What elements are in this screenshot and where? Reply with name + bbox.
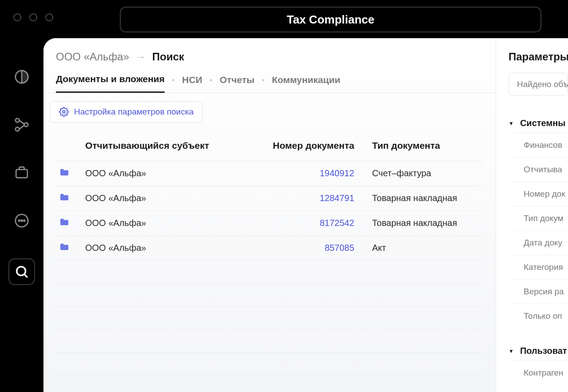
breadcrumb-root[interactable]: ООО «Альфа» bbox=[56, 51, 129, 63]
window-title: Tax Compliance bbox=[287, 13, 374, 27]
cell-subject: ООО «Альфа» bbox=[82, 161, 245, 186]
folder-icon bbox=[56, 211, 82, 236]
panel-title: Параметры п bbox=[509, 51, 568, 63]
cell-doc-number[interactable]: 857085 bbox=[245, 236, 368, 261]
nodes-icon bbox=[14, 117, 29, 132]
svg-rect-4 bbox=[16, 170, 28, 178]
col-doc-number[interactable]: Номер документа bbox=[245, 131, 368, 161]
gear-icon bbox=[59, 107, 69, 117]
results-table: Отчитывающийся субъект Номер документа Т… bbox=[56, 131, 483, 392]
title-bar: Tax Compliance bbox=[120, 7, 541, 32]
search-icon bbox=[14, 264, 29, 279]
table-row[interactable]: ООО «Альфа»1284791Товарная накладная bbox=[56, 186, 483, 211]
cell-subject: ООО «Альфа» bbox=[82, 236, 245, 261]
param-item[interactable]: Категория bbox=[509, 255, 568, 279]
table-row[interactable]: ООО «Альфа»1940912Счет–фактура bbox=[56, 161, 483, 186]
param-group-label: Пользоват bbox=[520, 346, 567, 356]
search-settings-label: Настройка параметров поиска bbox=[74, 107, 193, 117]
minimize-window-dot[interactable] bbox=[29, 13, 37, 21]
table-row-empty bbox=[56, 261, 483, 284]
tabs: Документы и вложения ● НСИ ● Отчеты ● Ко… bbox=[43, 63, 496, 93]
search-params-panel: Параметры п Найдено объе ▼СистемныФинанс… bbox=[496, 38, 568, 392]
cell-doc-number[interactable]: 1284791 bbox=[245, 186, 368, 211]
sidebar-item-search[interactable] bbox=[8, 258, 35, 285]
half-circle-icon bbox=[14, 69, 29, 84]
caret-down-icon: ▼ bbox=[509, 348, 514, 354]
svg-point-7 bbox=[21, 220, 23, 222]
param-item[interactable]: Дата доку bbox=[509, 230, 568, 255]
tab-documents[interactable]: Документы и вложения bbox=[56, 74, 165, 93]
param-item[interactable]: Тип докум bbox=[509, 206, 568, 230]
cell-doc-number[interactable]: 1940912 bbox=[245, 161, 368, 186]
tab-reports[interactable]: Отчеты bbox=[220, 75, 254, 92]
found-count-label: Найдено объе bbox=[517, 79, 568, 89]
tab-nsi[interactable]: НСИ bbox=[182, 75, 202, 92]
search-settings-button[interactable]: Настройка параметров поиска bbox=[50, 101, 203, 123]
param-group-label: Системны bbox=[520, 118, 565, 128]
param-item[interactable]: Только оп bbox=[509, 304, 568, 328]
cell-doc-type: Акт bbox=[368, 236, 483, 261]
cell-doc-type: Товарная накладная bbox=[368, 211, 483, 236]
col-doc-type[interactable]: Тип документа bbox=[368, 131, 483, 161]
sidebar-item-graph[interactable] bbox=[12, 115, 32, 135]
param-item[interactable]: Отчитыва bbox=[509, 157, 568, 182]
cell-subject: ООО «Альфа» bbox=[82, 211, 245, 236]
cell-subject: ООО «Альфа» bbox=[82, 186, 245, 211]
main-content: ООО «Альфа» → Поиск Документы и вложения… bbox=[43, 38, 496, 392]
table-row-empty bbox=[56, 284, 483, 307]
param-item[interactable]: Номер док bbox=[509, 182, 568, 206]
tab-communications[interactable]: Коммуникации bbox=[272, 75, 340, 92]
param-item[interactable]: Финансов bbox=[509, 133, 568, 157]
table-row-empty bbox=[56, 353, 483, 376]
folder-icon bbox=[56, 161, 82, 186]
sidebar-item-chat[interactable] bbox=[12, 210, 32, 231]
folder-icon bbox=[56, 186, 82, 211]
window-controls bbox=[13, 13, 53, 21]
param-group-header[interactable]: ▼Системны bbox=[509, 114, 568, 133]
param-item[interactable]: Контраген bbox=[509, 360, 568, 385]
param-group-header[interactable]: ▼Пользоват bbox=[509, 341, 568, 360]
breadcrumb: ООО «Альфа» → Поиск bbox=[43, 38, 496, 63]
table-row-empty bbox=[56, 330, 483, 353]
tab-separator: ● bbox=[254, 77, 272, 90]
col-subject[interactable]: Отчитывающийся субъект bbox=[82, 131, 245, 161]
svg-point-2 bbox=[16, 127, 20, 131]
briefcase-icon bbox=[14, 165, 29, 180]
svg-point-8 bbox=[24, 220, 25, 222]
svg-point-1 bbox=[16, 119, 20, 123]
sidebar-item-dashboard[interactable] bbox=[12, 67, 32, 87]
svg-point-3 bbox=[24, 123, 28, 127]
cell-doc-type: Товарная накладная bbox=[368, 186, 483, 211]
svg-point-9 bbox=[17, 267, 26, 276]
sidebar bbox=[0, 67, 43, 285]
breadcrumb-current: Поиск bbox=[152, 51, 184, 63]
tab-separator: ● bbox=[202, 77, 220, 90]
chat-icon bbox=[14, 213, 29, 228]
sidebar-item-briefcase[interactable] bbox=[12, 162, 32, 183]
table-row-empty bbox=[56, 307, 483, 330]
cell-doc-type: Счет–фактура bbox=[368, 161, 483, 186]
svg-point-6 bbox=[19, 220, 20, 222]
found-count-box: Найдено объе bbox=[509, 73, 568, 96]
caret-down-icon: ▼ bbox=[509, 120, 514, 127]
chevron-right-icon: → bbox=[135, 51, 146, 63]
folder-icon bbox=[56, 236, 82, 261]
close-window-dot[interactable] bbox=[13, 13, 21, 21]
table-row[interactable]: ООО «Альфа»8172542Товарная накладная bbox=[56, 211, 483, 236]
cell-doc-number[interactable]: 8172542 bbox=[245, 211, 368, 236]
maximize-window-dot[interactable] bbox=[45, 13, 53, 21]
table-row[interactable]: ООО «Альфа»857085Акт bbox=[56, 236, 483, 261]
table-row-empty bbox=[56, 376, 483, 392]
param-item[interactable]: Версия ра bbox=[509, 279, 568, 304]
tab-separator: ● bbox=[165, 77, 182, 90]
svg-point-10 bbox=[63, 111, 65, 113]
